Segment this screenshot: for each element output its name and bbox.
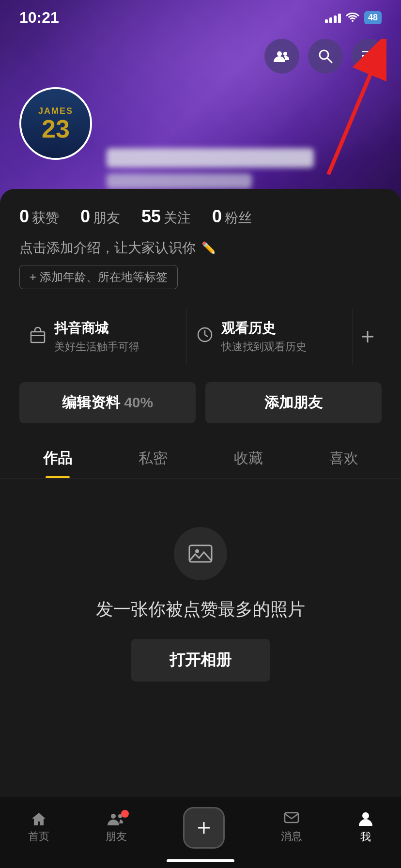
search-button[interactable]: [308, 39, 343, 74]
likes-count: 0: [19, 206, 29, 227]
svg-point-16: [111, 814, 116, 819]
stat-friends: 0 朋友: [80, 206, 120, 227]
tab-private-label: 私密: [139, 450, 168, 466]
nav-messages[interactable]: 消息: [281, 812, 302, 844]
stats-row: 0 获赞 0 朋友 55 关注 0 粉丝: [0, 189, 401, 239]
empty-photo-icon: [174, 527, 227, 580]
svg-point-0: [277, 51, 282, 56]
tab-works[interactable]: 作品: [10, 437, 105, 478]
nav-me[interactable]: 我: [358, 811, 373, 844]
tabs-row: 作品 私密 收藏 喜欢: [0, 437, 401, 479]
add-tag-button[interactable]: + 添加年龄、所在地等标签: [19, 265, 178, 289]
stat-fans: 0 粉丝: [212, 206, 252, 227]
top-actions: [264, 39, 386, 74]
menu-button[interactable]: [352, 39, 386, 74]
add-friend-button[interactable]: 添加朋友: [205, 382, 382, 423]
nav-home-label: 首页: [28, 829, 49, 844]
tab-collections-label: 收藏: [234, 450, 263, 466]
edit-percent: 40%: [124, 394, 153, 410]
likes-label: 获赞: [32, 209, 59, 227]
svg-rect-14: [189, 545, 212, 562]
history-title: 观看历史: [221, 319, 307, 338]
avatar[interactable]: JAMES 23: [19, 87, 92, 160]
edit-profile-label: 编辑资料: [62, 394, 120, 410]
tab-collections[interactable]: 收藏: [200, 437, 296, 478]
svg-rect-6: [362, 60, 376, 61]
friends-count: 0: [80, 206, 90, 227]
mall-title: 抖音商城: [54, 319, 139, 338]
tab-private[interactable]: 私密: [105, 437, 200, 478]
stat-following: 55 关注: [141, 206, 191, 227]
edit-profile-button[interactable]: 编辑资料 40%: [19, 382, 196, 423]
main-content: 0 获赞 0 朋友 55 关注 0 粉丝 点击添加介绍，让大家认识你 ✏️ + …: [0, 189, 401, 807]
empty-state: 发一张你被点赞最多的照片 打开相册: [0, 479, 401, 730]
svg-point-1: [283, 52, 287, 56]
empty-title: 发一张你被点赞最多的照片: [96, 598, 305, 621]
edit-bio-icon[interactable]: ✏️: [201, 241, 216, 255]
tab-likes-label: 喜欢: [329, 450, 358, 466]
status-icons: 48: [325, 11, 382, 25]
tab-likes[interactable]: 喜欢: [296, 437, 391, 478]
mall-shortcut[interactable]: 抖音商城 美好生活触手可得: [19, 309, 186, 365]
username-id-blurred: [107, 173, 252, 189]
nav-messages-label: 消息: [281, 829, 302, 844]
svg-line-3: [327, 58, 332, 62]
add-friend-label: 添加朋友: [264, 394, 323, 410]
nav-create[interactable]: [183, 807, 225, 849]
username-blurred: [107, 148, 314, 168]
create-button[interactable]: [183, 807, 225, 849]
bio-section: 点击添加介绍，让大家认识你 ✏️ + 添加年龄、所在地等标签: [0, 239, 401, 299]
mall-sub: 美好生活触手可得: [54, 340, 139, 354]
friends-label: 朋友: [93, 209, 120, 227]
battery-level: 48: [368, 13, 378, 23]
svg-rect-4: [362, 51, 376, 52]
signal-icon: [325, 13, 341, 23]
history-icon: [196, 326, 214, 348]
nav-friends[interactable]: 朋友: [106, 812, 127, 844]
bottom-nav: 首页 朋友 消息 我: [0, 797, 401, 868]
home-indicator: [167, 859, 234, 862]
nav-friends-label: 朋友: [106, 829, 127, 844]
svg-point-21: [362, 812, 369, 819]
nav-home[interactable]: 首页: [28, 812, 49, 844]
mall-icon: [29, 326, 46, 348]
following-label: 关注: [164, 209, 191, 227]
add-tag-label: + 添加年龄、所在地等标签: [30, 269, 168, 285]
action-buttons: 编辑资料 40% 添加朋友: [0, 374, 401, 437]
more-shortcut-button[interactable]: [353, 309, 382, 365]
status-bar: 10:21 48: [0, 0, 401, 31]
battery-icon: 48: [364, 11, 382, 24]
jersey-number: 23: [38, 116, 73, 141]
tab-works-label: 作品: [43, 450, 72, 466]
fans-label: 粉丝: [225, 209, 252, 227]
history-sub: 快速找到观看历史: [221, 340, 307, 354]
stat-likes: 0 获赞: [19, 206, 59, 227]
shortcut-row: 抖音商城 美好生活触手可得 观看历史 快速找到观看历史: [0, 299, 401, 374]
status-time: 10:21: [19, 9, 59, 27]
svg-rect-5: [362, 55, 376, 57]
svg-point-15: [195, 549, 199, 553]
history-shortcut[interactable]: 观看历史 快速找到观看历史: [186, 309, 353, 365]
bio-placeholder: 点击添加介绍，让大家认识你: [19, 239, 196, 257]
following-count: 55: [141, 206, 161, 227]
open-album-button[interactable]: 打开相册: [131, 639, 270, 682]
wifi-icon: [346, 11, 359, 25]
fans-count: 0: [212, 206, 222, 227]
open-album-label: 打开相册: [170, 651, 231, 668]
bio-text[interactable]: 点击添加介绍，让大家认识你 ✏️: [19, 239, 382, 257]
svg-rect-20: [285, 813, 298, 822]
friends-button[interactable]: [264, 39, 299, 74]
nav-me-label: 我: [360, 830, 371, 844]
username-area: [107, 148, 314, 189]
friends-notification-dot: [121, 810, 129, 818]
svg-rect-9: [31, 332, 45, 342]
